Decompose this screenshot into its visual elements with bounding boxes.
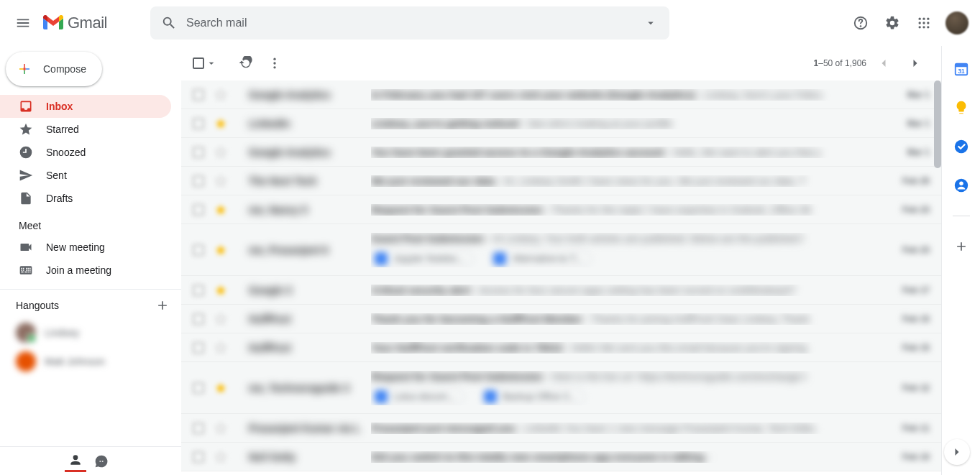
- apps-grid-icon: [917, 16, 931, 30]
- email-sender: LinkedIn: [249, 118, 371, 129]
- star-button[interactable]: [214, 422, 227, 435]
- chevron-left-icon: [876, 56, 891, 70]
- email-date: Feb 15: [894, 343, 930, 353]
- meet-item-join-a-meeting[interactable]: Join a meeting: [0, 259, 181, 282]
- chevron-right-icon: [950, 445, 964, 459]
- star-button[interactable]: [214, 117, 227, 130]
- email-row[interactable]: The Next Tech We just reviewed our data …: [181, 167, 941, 195]
- email-subject: Prasanjeet just messaged you - LinkedIn …: [371, 423, 894, 434]
- email-row[interactable]: HuffPost Your HuffPost verification code…: [181, 333, 941, 362]
- email-row[interactable]: LinkedIn Lindsey, you're getting noticed…: [181, 109, 941, 138]
- email-row[interactable]: me, Technoroguide 3 Request for Guest Po…: [181, 362, 941, 414]
- prev-page-button[interactable]: [869, 49, 898, 78]
- row-checkbox[interactable]: [193, 118, 204, 129]
- apps-button[interactable]: [910, 9, 938, 37]
- contact-name: Lindsey: [45, 327, 79, 338]
- row-checkbox[interactable]: [193, 382, 204, 394]
- select-all-checkbox[interactable]: [193, 57, 217, 69]
- refresh-button[interactable]: [232, 49, 260, 78]
- row-checkbox[interactable]: [193, 313, 204, 325]
- row-checkbox[interactable]: [193, 89, 204, 101]
- attachment-chip[interactable]: Backup Office 3...: [480, 388, 585, 405]
- hangouts-people-tab[interactable]: [65, 451, 86, 472]
- search-button[interactable]: [155, 9, 183, 37]
- email-row[interactable]: me, Nancy 5 Request for Guest Post Submi…: [181, 195, 941, 224]
- new-hangout-button[interactable]: [155, 298, 170, 313]
- svg-point-7: [927, 22, 929, 24]
- star-button[interactable]: [214, 203, 227, 216]
- email-row[interactable]: Google Analytics You have been granted a…: [181, 138, 941, 167]
- tasks-icon: [953, 139, 969, 155]
- star-button[interactable]: [214, 284, 227, 297]
- star-icon: [19, 122, 33, 137]
- email-subject: We just reviewed our data - Hi, Lindsey …: [371, 175, 894, 187]
- email-row[interactable]: Prasanjeet Kumar via L Prasanjeet just m…: [181, 414, 941, 443]
- attachment-chip[interactable]: Lotus-docum...: [371, 388, 464, 405]
- star-button[interactable]: [214, 146, 227, 159]
- main-menu-button[interactable]: [6, 6, 40, 40]
- contact-name: Matt Johnson: [45, 356, 105, 367]
- email-row[interactable]: me, Prasanjeet 6 Guest Post Submission -…: [181, 224, 941, 276]
- star-button[interactable]: [214, 341, 227, 354]
- meet-item-label: Join a meeting: [46, 264, 111, 276]
- sidebar-item-drafts[interactable]: Drafts: [0, 187, 171, 210]
- row-checkbox[interactable]: [193, 451, 204, 463]
- attachment-chip[interactable]: Alternative-to-T...: [490, 250, 592, 267]
- tasks-app-button[interactable]: [953, 138, 970, 155]
- svg-point-3: [922, 17, 925, 19]
- row-checkbox[interactable]: [193, 285, 204, 296]
- attachment-chip[interactable]: Jupyter Notebo...: [371, 250, 474, 267]
- settings-button[interactable]: [878, 9, 907, 37]
- row-checkbox[interactable]: [193, 147, 204, 158]
- search-input[interactable]: [183, 17, 636, 29]
- sidebar-item-starred[interactable]: Starred: [0, 118, 171, 141]
- star-button[interactable]: [214, 451, 227, 464]
- search-icon: [161, 15, 177, 31]
- email-date: Feb 23: [894, 205, 930, 215]
- contacts-app-button[interactable]: [953, 177, 970, 194]
- star-button[interactable]: [214, 382, 227, 395]
- svg-point-5: [919, 22, 921, 24]
- star-button[interactable]: [214, 244, 227, 257]
- row-checkbox[interactable]: [193, 423, 204, 434]
- sidebar-item-sent[interactable]: Sent: [0, 164, 171, 187]
- email-subject: Guest Post Submission - Hi Lindsey, Your…: [371, 233, 894, 244]
- hangouts-chat-tab[interactable]: [91, 451, 112, 472]
- sidebar-item-inbox[interactable]: Inbox: [0, 95, 171, 118]
- scrollbar-thumb[interactable]: [934, 80, 941, 168]
- star-button[interactable]: [214, 313, 227, 326]
- row-checkbox[interactable]: [193, 175, 204, 187]
- search-options-button[interactable]: [636, 9, 665, 37]
- meet-item-new-meeting[interactable]: New meeting: [0, 236, 181, 259]
- meet-item-label: New meeting: [46, 241, 105, 253]
- hangouts-contact[interactable]: Lindsey: [0, 318, 181, 347]
- chat-bubble-icon: [94, 454, 109, 469]
- gmail-logo[interactable]: Gmail: [43, 14, 107, 32]
- more-vert-icon: [267, 56, 282, 70]
- plus-icon: [155, 298, 170, 313]
- email-row[interactable]: Google 3 Critical security alert - Acces…: [181, 276, 941, 305]
- search-box[interactable]: [150, 6, 669, 40]
- email-row[interactable]: HuffPost Thank you for becoming a HuffPo…: [181, 305, 941, 333]
- row-checkbox[interactable]: [193, 204, 204, 216]
- account-avatar[interactable]: [945, 11, 968, 34]
- row-checkbox[interactable]: [193, 244, 204, 256]
- star-button[interactable]: [214, 175, 227, 188]
- file-icon: [493, 252, 506, 265]
- star-button[interactable]: [214, 88, 227, 101]
- calendar-app-button[interactable]: 31: [953, 60, 970, 78]
- support-button[interactable]: [846, 9, 875, 37]
- hide-sidepanel-button[interactable]: [944, 439, 970, 465]
- row-checkbox[interactable]: [193, 342, 204, 354]
- sidebar-item-label: Starred: [46, 124, 79, 135]
- email-row[interactable]: Google Analytics In February you had 107…: [181, 80, 941, 109]
- hangouts-contact[interactable]: Matt Johnson: [0, 347, 181, 376]
- refresh-icon: [239, 56, 253, 70]
- email-row[interactable]: Neil Getty Did you switch to this totall…: [181, 443, 941, 471]
- sidebar-item-snoozed[interactable]: Snoozed: [0, 141, 171, 164]
- keep-app-button[interactable]: [953, 99, 970, 116]
- compose-button[interactable]: Compose: [6, 52, 102, 86]
- next-page-button[interactable]: [901, 49, 930, 78]
- get-addons-button[interactable]: [953, 238, 970, 255]
- more-actions-button[interactable]: [260, 49, 289, 78]
